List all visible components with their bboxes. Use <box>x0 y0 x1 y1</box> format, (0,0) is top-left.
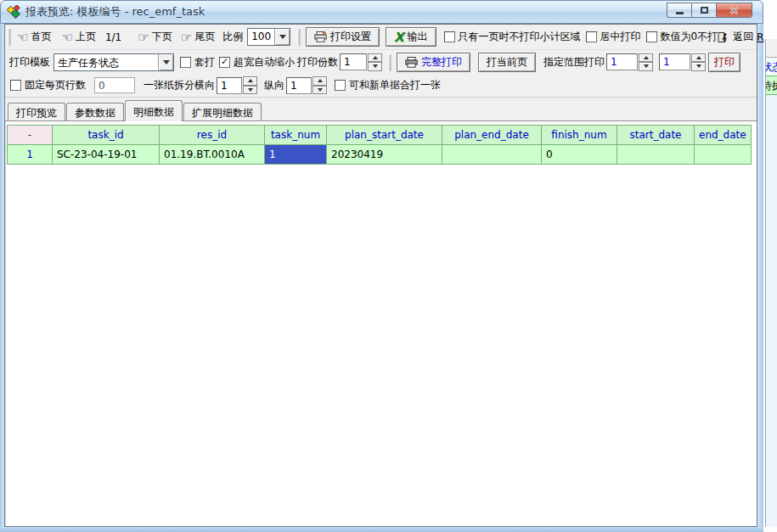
tab-label: 打印预览 <box>16 107 57 119</box>
cell-plan-start-date[interactable]: 20230419 <box>327 145 442 165</box>
triangle-down-icon <box>318 88 323 92</box>
split-horizontal-input[interactable]: 1 <box>217 77 242 94</box>
checkbox-label: 超宽自动缩小 <box>234 55 295 70</box>
split-vertical-input[interactable]: 1 <box>286 77 312 94</box>
triangle-down-icon <box>248 88 253 92</box>
column-header-plan-end-date[interactable]: plan_end_date <box>442 126 542 145</box>
minimize-button[interactable] <box>667 3 691 18</box>
cell-task-num-selected[interactable]: 1 <box>265 145 327 165</box>
checkbox-combine-print[interactable]: 可和新单据合打一张 <box>335 78 441 92</box>
triangle-up-icon <box>248 79 253 82</box>
detail-data-panel: - task_id res_id task_num plan_start_dat… <box>5 120 757 526</box>
spin-up-button[interactable] <box>639 53 653 63</box>
checkbox-checked-icon <box>219 57 230 68</box>
column-header-indicator[interactable]: - <box>8 126 53 145</box>
tab-detail-data[interactable]: 明细数据 <box>125 100 183 121</box>
cell-start-date[interactable] <box>617 145 695 165</box>
last-page-label: 尾页 <box>194 30 215 44</box>
toolbar-grip[interactable] <box>297 28 301 46</box>
toolbar-grip[interactable] <box>8 28 11 46</box>
background-status-header: 状态 <box>766 58 777 76</box>
first-page-button[interactable]: ☜ 首页 <box>14 29 53 45</box>
spin-down-button[interactable] <box>691 62 706 71</box>
triangle-up-icon <box>644 56 649 59</box>
triangle-down-icon <box>373 64 378 68</box>
excel-icon: X <box>394 32 404 42</box>
cell-finish-num[interactable]: 0 <box>542 145 617 165</box>
next-page-button[interactable]: ☞ 下页 <box>135 29 174 45</box>
tab-strip: 打印预览 参数数据 明细数据 扩展明细数据 <box>5 98 757 120</box>
checkbox-label: 可和新单据合打一张 <box>349 78 441 92</box>
spin-down-button[interactable] <box>368 62 382 71</box>
screen: { "window": { "title": "报表预览: 模板编号 - rec… <box>0 0 777 532</box>
checkbox-fixed-rows[interactable]: 固定每页行数 <box>10 78 86 92</box>
tab-extended-detail-data[interactable]: 扩展明细数据 <box>183 103 262 120</box>
column-header-plan-start-date[interactable]: plan_start_date <box>327 126 442 145</box>
template-label: 打印模板 <box>9 55 50 70</box>
print-current-page-button[interactable]: 打当前页 <box>478 53 536 72</box>
cell-plan-end-date[interactable] <box>442 145 542 165</box>
scale-select[interactable]: 100 <box>247 28 290 46</box>
column-header-task-id[interactable]: task_id <box>53 126 160 145</box>
tab-parameter-data[interactable]: 参数数据 <box>66 103 124 120</box>
column-header-start-date[interactable]: start_date <box>617 126 695 145</box>
print-settings-button[interactable]: 打印设置 <box>306 27 380 47</box>
printer-icon <box>314 31 327 42</box>
template-dropdown-button[interactable] <box>158 54 173 70</box>
checkbox-icon <box>180 57 191 68</box>
prev-page-button[interactable]: ☜ 上页 <box>59 29 98 45</box>
column-header-task-num[interactable]: task_num <box>265 126 327 145</box>
template-select[interactable]: 生产任务状态 <box>53 53 174 71</box>
tab-print-preview[interactable]: 打印预览 <box>8 103 65 120</box>
print-button[interactable]: 打印 <box>708 53 740 72</box>
spin-up-button[interactable] <box>691 53 706 63</box>
spin-down-button[interactable] <box>639 62 653 71</box>
checkbox-overlay-print[interactable]: 套打 <box>180 55 215 70</box>
cell-end-date[interactable] <box>695 145 752 165</box>
spin-up-button[interactable] <box>312 76 327 86</box>
range-to-input[interactable]: 1 <box>659 53 690 70</box>
hand-left-icon: ☜ <box>61 31 72 43</box>
toolbar-navigation: ☜ 首页 ☜ 上页 1/1 ☞ 下页 ☞ 尾页 比例 100 <box>5 25 757 50</box>
cell-task-id[interactable]: SC-23-04-19-01 <box>53 145 160 165</box>
tab-label: 扩展明细数据 <box>192 107 253 119</box>
grid-header-row: - task_id res_id task_num plan_start_dat… <box>8 126 752 145</box>
close-button[interactable] <box>716 3 752 18</box>
template-value: 生产任务状态 <box>54 54 158 70</box>
export-label: 输出 <box>408 30 428 44</box>
last-page-button[interactable]: ☞ 尾页 <box>178 29 217 45</box>
maximize-icon <box>701 7 708 14</box>
export-button[interactable]: X 输出 <box>386 27 436 47</box>
column-header-finish-num[interactable]: finish_num <box>542 126 617 145</box>
checkbox-one-page-no-subtotal[interactable]: 只有一页时不打印小计区域 <box>444 30 581 44</box>
triangle-up-icon <box>318 79 323 82</box>
maximize-button[interactable] <box>691 3 716 18</box>
spin-down-button[interactable] <box>312 86 327 95</box>
copies-label: 打印份数 <box>297 55 338 70</box>
fixed-rows-input[interactable]: 0 <box>94 77 135 93</box>
full-print-button[interactable]: 完整打印 <box>397 53 470 72</box>
spin-up-button[interactable] <box>243 76 257 86</box>
checkbox-center-print[interactable]: 居中打印 <box>586 30 641 44</box>
toolbar-grip[interactable] <box>388 53 391 71</box>
checkbox-zero-no-print[interactable]: 数值为0不打 <box>646 30 718 44</box>
scale-value: 100 <box>248 29 274 45</box>
range-from-input[interactable]: 1 <box>606 53 638 70</box>
spin-up-button[interactable] <box>368 53 382 63</box>
scale-dropdown-button[interactable] <box>274 29 290 45</box>
checkbox-label: 固定每页行数 <box>25 78 86 92</box>
spin-down-button[interactable] <box>243 86 257 95</box>
cell-row-number[interactable]: 1 <box>8 145 53 165</box>
triangle-up-icon <box>696 56 701 59</box>
background-window-toolbar <box>766 39 777 58</box>
triangle-up-icon <box>373 56 378 59</box>
column-header-res-id[interactable]: res_id <box>160 126 265 145</box>
cell-res-id[interactable]: 01.19.BT.0010A <box>160 145 265 165</box>
checkbox-auto-shrink[interactable]: 超宽自动缩小 <box>219 55 295 70</box>
prev-page-label: 上页 <box>76 30 96 44</box>
copies-input[interactable]: 1 <box>340 53 367 70</box>
status-value-text: 待执 <box>766 79 777 93</box>
column-header-end-date[interactable]: end_date <box>695 126 752 145</box>
first-page-label: 首页 <box>31 30 51 44</box>
back-button[interactable]: 返回R <box>718 30 763 44</box>
